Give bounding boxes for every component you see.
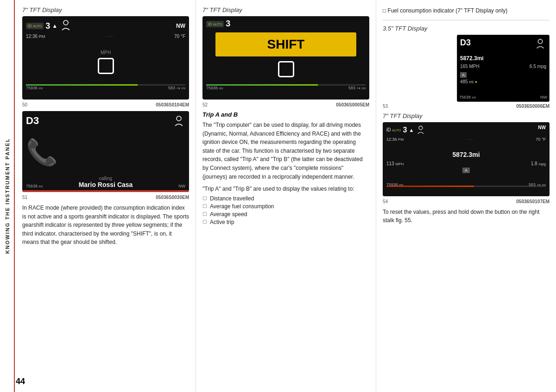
fig-50-time: 12:36 PM	[26, 34, 45, 39]
fig-50-time-row: 12:36 PM · ··· · 70 °F	[26, 34, 185, 39]
col2-body2: "Trip A" and "Trip B" are used to displa…	[202, 185, 369, 193]
phone-icon-area: 📞	[26, 129, 58, 176]
sidebar-label: KNOWING THE INSTRUMENT PANEL	[5, 138, 10, 254]
fig-54-time-row: 12:36 PM · ··· · 70 °F	[386, 137, 546, 142]
fig-54-consumption: 1.8 mpg	[531, 161, 546, 166]
svg-point-1	[177, 116, 181, 121]
fig-53-d3: D3	[460, 38, 471, 48]
fig-50-speed-center: MPH	[26, 40, 185, 87]
svg-point-2	[538, 39, 542, 43]
shift-banner: SHIFT	[215, 32, 356, 56]
column-3: □ Fuel consumption indicator (7" TFT Dis…	[376, 0, 556, 392]
svg-point-0	[63, 20, 68, 25]
gear-arrow: ▲	[52, 23, 57, 29]
calling-text: calling	[26, 176, 185, 181]
fig-53-bottom: 75638 mi NW	[459, 95, 547, 100]
fig-50-code: 05036S0104EM	[156, 102, 189, 107]
fig-52-odo1: 75936 mi	[206, 86, 223, 90]
odo1: 75936 mi	[26, 86, 43, 90]
fig-52-label: 52 05036S0005EM	[202, 102, 369, 107]
h-divider	[383, 20, 550, 20]
col1-fig1-title: 7" TFT Display	[22, 6, 189, 13]
main-content: 7" TFT Display iD AUTO 3 ▲	[16, 0, 556, 392]
trip-ab-heading: Trip A and B	[202, 111, 369, 118]
auto-label: AUTO	[33, 25, 42, 28]
fig-54-stats: 113 MPH 1.8 mpg	[386, 161, 546, 166]
fig-50-label: 50 05036S0104EM	[22, 102, 189, 107]
fig-50-screen: iD AUTO 3 ▲ NW 12:36 PM	[22, 16, 189, 100]
fig-52-gear-square	[278, 61, 294, 77]
call-d3: D3	[26, 115, 39, 127]
fig-54-dir: NW	[538, 125, 546, 135]
fig-53-num: 53	[383, 104, 388, 109]
phone-icon: 📞	[26, 137, 58, 168]
fig-54-arrow: ▲	[409, 127, 414, 133]
fig-53-driver	[534, 38, 546, 50]
fig-54-dots: · ··· ·	[466, 137, 474, 142]
column-2: 7" TFT Display iD AUTO 3 SHIFT	[196, 0, 376, 392]
fuel-note: □ Fuel consumption indicator (7" TFT Dis…	[383, 6, 550, 15]
fig-53-stats: 165 MPH 6.5 mpg	[460, 64, 546, 69]
fig-54-left: iD AUTO 3 ▲	[386, 125, 426, 135]
fig-54-gear: 3	[403, 126, 407, 134]
fig-54-topbar: iD AUTO 3 ▲ NW	[386, 125, 546, 135]
fig-52-num: 52	[202, 102, 208, 107]
odo2: 583 +k mi	[168, 86, 185, 90]
fig-53-odo: 5872.3mi	[460, 51, 546, 63]
fig-53-consumption: 6.5 mpg	[530, 64, 546, 69]
bullet-active-trip: Active trip	[202, 219, 369, 225]
fig-54-odo2: 583 +k mi	[529, 182, 546, 187]
fig-52-odo: 75936 mi 583 +k mi	[206, 86, 366, 90]
fig-51-screen: D3 📞 calling Mario Rossi Casa 75638 mi	[22, 111, 189, 192]
fig-54-big-num: 5872.3mi	[386, 144, 546, 160]
fig-54-label: 54 05036S0107EM	[383, 199, 550, 204]
fig-50-topbar: iD AUTO 3 ▲ NW	[26, 19, 185, 33]
fig-51-code: 05036S0030EM	[156, 195, 189, 200]
column-1: 7" TFT Display iD AUTO 3 ▲	[16, 0, 196, 392]
page-number: 44	[16, 377, 25, 386]
fig-53-odo-main: 75638 mi	[459, 95, 476, 100]
fig-50-screen-inner: iD AUTO 3 ▲ NW 12:36 PM	[22, 16, 189, 100]
fig-54-driver	[416, 125, 426, 135]
id-label: iD	[28, 24, 32, 28]
col3-fig3-title: 3.5" TFT Display	[383, 25, 550, 32]
fig-54-screen: iD AUTO 3 ▲ NW 12:36 PM · ··· ·	[383, 122, 550, 196]
fig-51-toprow: D3	[26, 115, 185, 129]
fig-50-num: 50	[22, 102, 27, 107]
svg-point-3	[419, 126, 423, 130]
fig-54-time: 12:36 PM	[386, 137, 404, 142]
fig-53-top: D3	[460, 38, 546, 50]
gear-square-icon	[98, 58, 114, 74]
bullet-list: Distance travelled Average fuel consumpt…	[202, 195, 369, 225]
fig-52-topbar: iD AUTO 3	[206, 19, 366, 29]
fig-54-id-icon: iD AUTO	[386, 127, 401, 132]
fig-53-speed: 165 MPH	[460, 64, 480, 69]
fig-53-wrapper: D3 5872.3mi 165 MPH 6.5 mpg	[383, 35, 550, 102]
fig-50-left-icons: iD AUTO 3 ▲	[26, 19, 73, 33]
odo-bar: 75936 mi 583 +k mi	[26, 86, 185, 90]
call-direction: NW	[178, 184, 185, 188]
fig-52-gear-center	[206, 59, 366, 79]
sidebar-red-line	[14, 0, 15, 392]
col2-body1: The "Trip computer" can be used to displ…	[202, 121, 369, 181]
fig-52-inner: iD AUTO 3 SHIFT	[202, 16, 369, 100]
call-bottom-bar	[22, 190, 189, 192]
id-icon: iD AUTO	[26, 23, 44, 29]
fig-51-label: 51 05036S0030EM	[22, 195, 189, 200]
fig-50-dots: · ··· ·	[105, 34, 114, 39]
col1-body-text: In RACE mode (where provided) the consum…	[22, 204, 189, 247]
bullet-fuel: Average fuel consumption	[202, 203, 369, 210]
fig-52-left: iD AUTO 3	[206, 19, 230, 29]
reset-note: To reset the values, press and hold down…	[383, 208, 550, 225]
fig-52-id-icon: iD AUTO	[206, 21, 224, 27]
fig-53-label: 53 05036S0006EM	[383, 104, 550, 109]
fig-53-inner: D3 5872.3mi 165 MPH 6.5 mpg	[457, 35, 549, 101]
fig-53-trip: 485 mi ●	[460, 79, 546, 84]
fig-51-num: 51	[22, 195, 27, 200]
fig-51-inner: D3 📞 calling Mario Rossi Casa 75638 mi	[22, 111, 189, 192]
col3-fig4-title: 7" TFT Display	[383, 112, 550, 119]
fig-54-code: 05036S0107EM	[516, 199, 550, 204]
call-odo-val: 75638 mi	[26, 184, 43, 188]
col2-fig1-title: 7" TFT Display	[202, 6, 369, 13]
bullet-speed: Average speed	[202, 211, 369, 218]
